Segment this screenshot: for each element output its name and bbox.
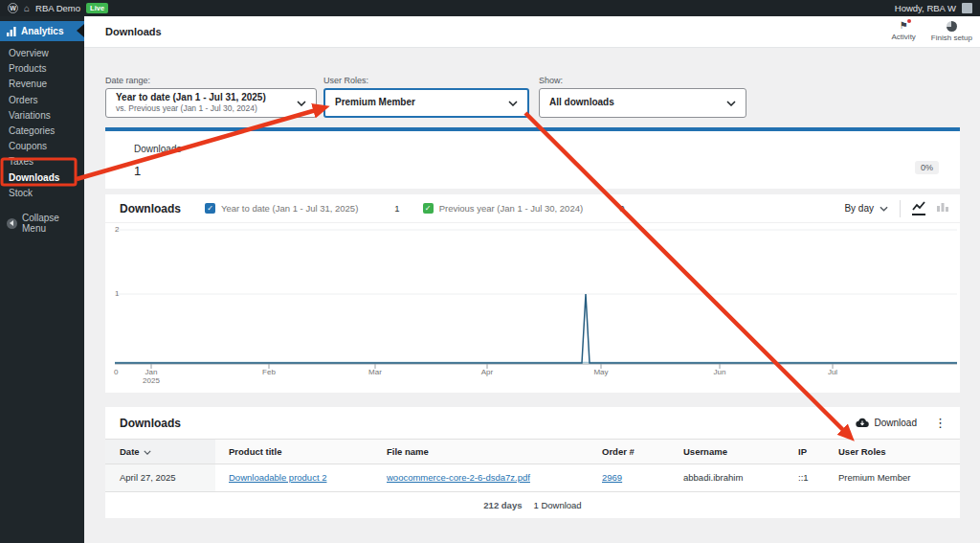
show-value: All downloads bbox=[549, 97, 614, 109]
sidebar-analytics-label: Analytics bbox=[21, 26, 63, 36]
sidebar-item-coupons[interactable]: Coupons bbox=[0, 139, 84, 154]
cell-username: abbadi.ibrahim bbox=[670, 464, 785, 491]
table-header: Downloads Download ⋮ bbox=[105, 407, 960, 439]
column-header-username: Username bbox=[670, 440, 785, 464]
column-header-date[interactable]: Date bbox=[105, 440, 215, 464]
sidebar-item-revenue[interactable]: Revenue bbox=[0, 77, 84, 92]
home-icon[interactable]: ⌂ bbox=[24, 4, 30, 13]
downloads-table-panel: Downloads Download ⋮ Date Product title bbox=[105, 407, 960, 518]
sidebar-item-variations[interactable]: Variations bbox=[0, 108, 84, 124]
collapse-menu-label: Collapse Menu bbox=[22, 213, 84, 234]
y-tick-1: 1 bbox=[115, 289, 119, 298]
summary-delta-badge: 0% bbox=[915, 161, 939, 174]
x-tick-jul: Jul bbox=[818, 368, 847, 376]
setup-progress-icon bbox=[947, 21, 957, 32]
file-link[interactable]: woocommerce-core-2-6-dsda7z.pdf bbox=[387, 472, 530, 483]
activity-label: Activity bbox=[892, 33, 916, 41]
table-footer: 212 days 1 Download bbox=[105, 491, 960, 519]
howdy-account-link[interactable]: Howdy, RBA W bbox=[895, 3, 956, 13]
user-roles-value: Premium Member bbox=[335, 97, 415, 109]
sidebar-item-categories[interactable]: Categories bbox=[0, 124, 84, 139]
finish-setup-label: Finish setup bbox=[931, 34, 972, 42]
avatar[interactable] bbox=[962, 3, 972, 13]
cell-ip: ::1 bbox=[785, 464, 825, 491]
footer-download-count: 1 Download bbox=[533, 500, 581, 510]
notification-dot bbox=[907, 19, 911, 23]
show-label: Show: bbox=[539, 76, 563, 85]
column-header-file-name: File name bbox=[373, 440, 589, 464]
downloads-chart-panel: Downloads ✓ Year to date (Jan 1 - Jul 31… bbox=[105, 194, 960, 393]
y-tick-0: 0 bbox=[114, 368, 118, 376]
downloads-line-chart[interactable] bbox=[105, 194, 960, 393]
sidebar-item-downloads[interactable]: Downloads bbox=[0, 170, 84, 186]
table-title: Downloads bbox=[120, 417, 181, 430]
date-range-label: Date range: bbox=[105, 76, 150, 85]
cell-date: April 27, 2025 bbox=[105, 464, 215, 491]
x-tick-year: 2025 bbox=[137, 376, 166, 385]
woocommerce-analytics-downloads-screen: W ⌂ RBA Demo Live Howdy, RBA W Analytics… bbox=[0, 0, 980, 543]
sort-chevron-icon bbox=[144, 450, 151, 455]
admin-bar: W ⌂ RBA Demo Live Howdy, RBA W bbox=[0, 0, 980, 16]
live-badge: Live bbox=[86, 3, 108, 13]
admin-sidebar: Analytics Overview Products Revenue Orde… bbox=[0, 16, 84, 543]
kebab-menu-icon[interactable]: ⋮ bbox=[934, 417, 947, 429]
download-button-label: Download bbox=[875, 418, 917, 428]
sidebar-item-stock[interactable]: Stock bbox=[0, 186, 84, 201]
sidebar-item-taxes[interactable]: Taxes bbox=[0, 154, 84, 170]
user-roles-dropdown[interactable]: Premium Member bbox=[323, 88, 529, 118]
x-tick-feb: Feb bbox=[255, 368, 283, 376]
cell-file-name: woocommerce-core-2-6-dsda7z.pdf bbox=[373, 464, 589, 491]
sidebar-item-overview[interactable]: Overview bbox=[0, 46, 84, 61]
cell-order-number: 2969 bbox=[589, 464, 670, 491]
collapse-menu-button[interactable]: Collapse Menu bbox=[0, 213, 84, 234]
column-header-user-roles: User Roles bbox=[825, 440, 960, 464]
order-link[interactable]: 2969 bbox=[602, 472, 622, 483]
cell-product-title: Downloadable product 2 bbox=[215, 464, 373, 491]
user-roles-label: User Roles: bbox=[323, 76, 368, 85]
header-actions: ⚑ Activity Finish setup bbox=[892, 21, 972, 42]
date-range-compare-value: vs. Previous year (Jan 1 - Jul 30, 2024) bbox=[116, 103, 266, 114]
date-range-dropdown[interactable]: Year to date (Jan 1 - Jul 31, 2025) vs. … bbox=[105, 88, 317, 118]
download-csv-button[interactable]: Download bbox=[856, 418, 917, 428]
sidebar-item-products[interactable]: Products bbox=[0, 61, 84, 77]
page-title: Downloads bbox=[105, 16, 162, 47]
cloud-download-icon bbox=[856, 418, 869, 428]
chevron-down-icon bbox=[297, 101, 306, 106]
site-name-link[interactable]: RBA Demo bbox=[35, 3, 80, 13]
x-tick-jun: Jun bbox=[705, 368, 734, 376]
activity-button[interactable]: ⚑ Activity bbox=[892, 21, 916, 42]
column-header-order: Order # bbox=[589, 440, 670, 464]
analytics-chart-icon bbox=[7, 27, 16, 36]
wordpress-logo-icon[interactable]: W bbox=[8, 3, 18, 13]
summary-value: 1 bbox=[134, 164, 141, 178]
x-tick-jan: Jan bbox=[137, 368, 166, 376]
y-tick-2: 2 bbox=[115, 225, 119, 234]
downloads-table: Date Product title File name Order # Use… bbox=[105, 439, 960, 491]
column-header-product-title: Product title bbox=[215, 440, 373, 464]
active-menu-arrow bbox=[77, 24, 84, 37]
date-range-value: Year to date (Jan 1 - Jul 31, 2025) bbox=[116, 92, 266, 104]
collapse-arrow-icon bbox=[7, 218, 17, 229]
table-row: April 27, 2025 Downloadable product 2 wo… bbox=[105, 464, 960, 491]
sidebar-item-orders[interactable]: Orders bbox=[0, 93, 84, 108]
year-to-date-series-line bbox=[115, 294, 957, 363]
show-dropdown[interactable]: All downloads bbox=[539, 88, 746, 118]
product-link[interactable]: Downloadable product 2 bbox=[229, 472, 326, 483]
x-tick-mar: Mar bbox=[361, 368, 390, 376]
x-tick-apr: Apr bbox=[473, 368, 501, 376]
chevron-down-icon bbox=[508, 101, 518, 106]
summary-label: Downloads bbox=[134, 144, 181, 154]
table-header-row: Date Product title File name Order # Use… bbox=[105, 440, 960, 464]
chevron-down-icon bbox=[726, 101, 736, 106]
x-tick-may: May bbox=[587, 368, 615, 376]
footer-days: 212 days bbox=[483, 500, 522, 510]
column-header-ip: IP bbox=[785, 440, 825, 464]
cell-user-roles: Premium Member bbox=[825, 464, 960, 491]
finish-setup-button[interactable]: Finish setup bbox=[931, 21, 972, 42]
analytics-submenu: Overview Products Revenue Orders Variati… bbox=[0, 46, 84, 201]
page-header: Downloads ⚑ Activity Finish setup bbox=[84, 16, 980, 48]
sidebar-item-analytics[interactable]: Analytics bbox=[0, 21, 84, 41]
summary-tile-downloads[interactable]: Downloads 1 0% bbox=[105, 127, 960, 189]
activity-flag-icon: ⚑ bbox=[900, 21, 908, 31]
